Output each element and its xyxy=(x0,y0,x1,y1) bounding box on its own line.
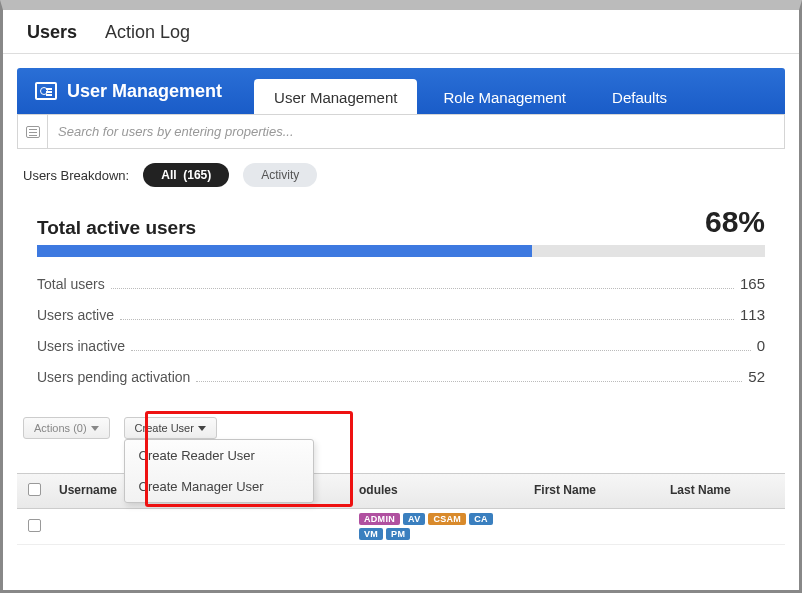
checkbox-icon[interactable] xyxy=(28,483,41,496)
module-badges: ADMINAVCSAMCAVMPM xyxy=(359,513,518,540)
search-bar xyxy=(17,114,785,149)
stat-row: Users inactive0 xyxy=(37,337,765,354)
list-icon[interactable] xyxy=(18,115,48,148)
stat-value: 165 xyxy=(740,275,765,292)
stat-label: Total users xyxy=(37,276,105,292)
tab-user-management[interactable]: User Management xyxy=(254,79,417,114)
create-user-menu: Create Reader User Create Manager User xyxy=(124,439,314,503)
col-first-name[interactable]: First Name xyxy=(526,474,662,508)
stat-row: Total users165 xyxy=(37,275,765,292)
chevron-down-icon xyxy=(198,426,206,431)
module-badge: CA xyxy=(469,513,493,525)
stat-value: 52 xyxy=(748,368,765,385)
progress-fill xyxy=(37,245,532,257)
module-badge: PM xyxy=(386,528,410,540)
stat-label: Users active xyxy=(37,307,114,323)
breakdown-label: Users Breakdown: xyxy=(23,168,129,183)
stat-value: 113 xyxy=(740,306,765,323)
menu-create-reader-user[interactable]: Create Reader User xyxy=(125,440,313,471)
top-tab-action-log[interactable]: Action Log xyxy=(105,18,190,47)
table-row[interactable]: ADMINAVCSAMCAVMPM xyxy=(17,509,785,545)
module-badge: VM xyxy=(359,528,383,540)
col-last-name[interactable]: Last Name xyxy=(662,474,785,508)
search-input[interactable] xyxy=(48,115,784,148)
chevron-down-icon xyxy=(91,426,99,431)
create-user-dropdown: Create User Create Reader User Create Ma… xyxy=(124,417,217,439)
id-card-icon xyxy=(35,82,57,100)
actions-button[interactable]: Actions (0) xyxy=(23,417,110,439)
progress-bar xyxy=(37,245,765,257)
top-tab-users[interactable]: Users xyxy=(27,18,77,47)
pill-activity[interactable]: Activity xyxy=(243,163,317,187)
stat-row: Users active113 xyxy=(37,306,765,323)
header-bar: User Management User Management Role Man… xyxy=(17,68,785,114)
menu-create-manager-user[interactable]: Create Manager User xyxy=(125,471,313,502)
select-all-cell[interactable] xyxy=(17,474,51,508)
stat-value: 0 xyxy=(757,337,765,354)
actions-row: Actions (0) Create User Create Reader Us… xyxy=(17,399,785,439)
top-tabs: Users Action Log xyxy=(3,10,799,54)
col-modules[interactable]: odules xyxy=(351,474,526,508)
module-badge: ADMIN xyxy=(359,513,400,525)
content: User Management User Management Role Man… xyxy=(3,54,799,545)
module-badge: AV xyxy=(403,513,425,525)
stats-block: Total active users 68% Total users165Use… xyxy=(17,205,785,385)
header-tabs: User Management Role Management Defaults xyxy=(254,68,687,114)
stats-percent: 68% xyxy=(705,205,765,239)
tab-role-management[interactable]: Role Management xyxy=(423,79,586,114)
checkbox-icon[interactable] xyxy=(28,519,41,532)
pill-all[interactable]: All (165) xyxy=(143,163,229,187)
app-root: Users Action Log User Management User Ma… xyxy=(3,10,799,590)
tab-defaults[interactable]: Defaults xyxy=(592,79,687,114)
breakdown-bar: Users Breakdown: All (165) Activity xyxy=(17,149,785,205)
stat-row: Users pending activation52 xyxy=(37,368,765,385)
stats-title: Total active users xyxy=(37,217,196,239)
module-badge: CSAM xyxy=(428,513,466,525)
stat-label: Users inactive xyxy=(37,338,125,354)
create-user-button[interactable]: Create User xyxy=(124,417,217,439)
stat-label: Users pending activation xyxy=(37,369,190,385)
header-title-text: User Management xyxy=(67,81,222,102)
header-title: User Management xyxy=(17,68,244,114)
